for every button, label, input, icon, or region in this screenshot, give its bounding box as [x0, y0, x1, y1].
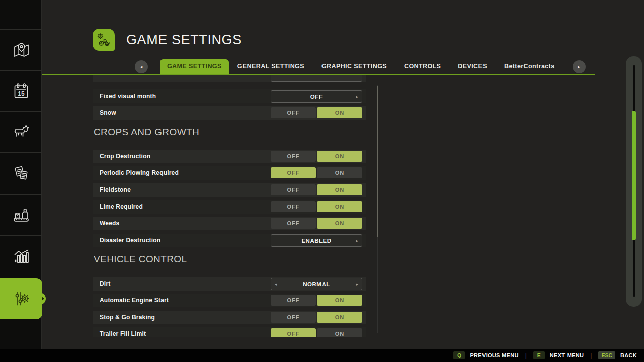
- setting-label: Weeds: [100, 217, 119, 230]
- calendar-icon: 15: [13, 82, 30, 100]
- animals-icon: [12, 125, 30, 140]
- tab-devices[interactable]: DEVICES: [449, 59, 496, 74]
- tab-graphic-settings[interactable]: GRAPHIC SETTINGS: [313, 59, 395, 74]
- sidebar-item-production[interactable]: [0, 194, 42, 235]
- caret-left-icon[interactable]: ◂: [275, 281, 277, 286]
- contracts-icon: [13, 165, 30, 182]
- footer-separator: |: [525, 352, 527, 359]
- caret-right-icon[interactable]: ▸: [356, 94, 358, 99]
- sidebar: 15: [0, 0, 42, 349]
- toggle-on-button[interactable]: ON: [317, 151, 362, 162]
- hint-label: NEXT MENU: [550, 352, 584, 358]
- toggle-on-button[interactable]: ON: [317, 312, 362, 323]
- map-icon: [13, 42, 30, 58]
- setting-label: Crop Destruction: [100, 150, 150, 163]
- active-item-arrow-icon: [42, 297, 44, 301]
- setting-label: Stop & Go Braking: [100, 311, 155, 324]
- select-value: ENABLED: [301, 238, 331, 244]
- setting-label: Disaster Destruction: [100, 234, 160, 247]
- key-esc-badge: ESC: [598, 351, 615, 359]
- setting-label: Periodic Plowing Required: [100, 166, 179, 180]
- settings-row-trailer-fill-limit: Trailer Fill Limit OFF ON: [93, 327, 366, 337]
- settings-row-fixed-visual-month: Fixed visual month OFF ▸: [93, 89, 366, 103]
- setting-label: Dirt: [100, 277, 110, 291]
- setting-label: Fieldstone: [100, 183, 131, 197]
- settings-row-crop-destruction: Crop Destruction OFF ON: [93, 150, 366, 163]
- section-heading-crops: CROPS AND GROWTH: [94, 127, 199, 138]
- sidebar-item-contracts[interactable]: [0, 152, 42, 194]
- page-scrollbar-thumb[interactable]: [632, 111, 636, 240]
- lime-required-toggle[interactable]: OFF ON: [271, 201, 362, 212]
- toggle-on-button[interactable]: ON: [317, 167, 362, 178]
- crop-destruction-toggle[interactable]: OFF ON: [271, 151, 362, 162]
- toggle-off-button[interactable]: OFF: [271, 167, 316, 178]
- select-value: NORMAL: [303, 281, 330, 287]
- toggle-on-button[interactable]: ON: [317, 328, 362, 337]
- tab-game-settings[interactable]: GAME SETTINGS: [160, 59, 229, 74]
- section-heading-vehicle: VEHICLE CONTROL: [94, 254, 187, 265]
- toggle-on-button[interactable]: ON: [317, 201, 362, 212]
- arrow-left-icon: ◂: [140, 64, 143, 69]
- statistics-icon: [13, 249, 30, 263]
- sidebar-item-settings[interactable]: [0, 278, 42, 319]
- tabs-next-button[interactable]: ▸: [573, 60, 586, 73]
- game-settings-app-icon: [93, 29, 115, 51]
- dirt-select[interactable]: ◂ NORMAL ▸: [271, 278, 362, 290]
- tab-bettercontracts[interactable]: BetterContracts: [496, 59, 563, 74]
- toggle-off-button[interactable]: OFF: [271, 184, 316, 195]
- toggle-on-button[interactable]: ON: [317, 218, 362, 229]
- tab-general-settings[interactable]: GENERAL SETTINGS: [229, 59, 313, 74]
- tab-controls[interactable]: CONTROLS: [395, 59, 449, 74]
- settings-panel: Fixed visual month OFF ▸ Snow OFF ON CRO…: [93, 75, 366, 337]
- hint-next-menu[interactable]: E NEXT MENU: [533, 351, 584, 359]
- caret-right-icon[interactable]: ▸: [356, 281, 358, 286]
- production-icon: [12, 207, 30, 223]
- arrow-right-icon: ▸: [578, 64, 580, 69]
- list-scrollbar-thumb[interactable]: [377, 86, 378, 237]
- setting-label: Trailer Fill Limit: [100, 327, 146, 337]
- toggle-off-button[interactable]: OFF: [271, 218, 316, 229]
- toggle-off-button[interactable]: OFF: [271, 295, 316, 306]
- snow-toggle[interactable]: OFF ON: [271, 107, 362, 118]
- toggle-off-button[interactable]: OFF: [271, 328, 316, 337]
- footer-bar: Q PREVIOUS MENU | E NEXT MENU | ESC BACK: [0, 349, 644, 362]
- toggle-off-button[interactable]: OFF: [271, 151, 316, 162]
- stop-go-braking-toggle[interactable]: OFF ON: [271, 312, 362, 323]
- tabs-prev-button[interactable]: ◂: [135, 60, 148, 73]
- disaster-destruction-select[interactable]: ENABLED ▸: [271, 234, 362, 247]
- toggle-on-button[interactable]: ON: [317, 184, 362, 195]
- sidebar-item-animals[interactable]: [0, 111, 42, 152]
- fieldstone-toggle[interactable]: OFF ON: [271, 184, 362, 195]
- toggle-off-button[interactable]: OFF: [271, 107, 316, 118]
- sidebar-item-calendar[interactable]: 15: [0, 70, 42, 111]
- settings-row-disaster-destruction: Disaster Destruction ENABLED ▸: [93, 234, 366, 247]
- sidebar-item-statistics[interactable]: [0, 235, 42, 276]
- setting-label: Automatic Engine Start: [100, 294, 169, 307]
- footer-separator: |: [590, 352, 592, 359]
- hint-back[interactable]: ESC BACK: [598, 351, 637, 359]
- key-e-badge: E: [533, 351, 545, 359]
- settings-icon: [12, 290, 30, 307]
- trailer-fill-limit-toggle[interactable]: OFF ON: [271, 328, 362, 337]
- toggle-on-button[interactable]: ON: [317, 295, 362, 306]
- settings-row-stop-go-braking: Stop & Go Braking OFF ON: [93, 311, 366, 324]
- settings-row-lime-required: Lime Required OFF ON: [93, 200, 366, 214]
- automatic-engine-start-toggle[interactable]: OFF ON: [271, 295, 362, 306]
- setting-label: Lime Required: [100, 200, 143, 214]
- weeds-toggle[interactable]: OFF ON: [271, 218, 362, 229]
- key-q-badge: Q: [453, 351, 465, 359]
- setting-label: Fixed visual month: [100, 89, 156, 103]
- toggle-off-button[interactable]: OFF: [271, 201, 316, 212]
- calendar-day: 15: [18, 90, 25, 97]
- sidebar-item-map[interactable]: [0, 29, 42, 70]
- toggle-on-button[interactable]: ON: [317, 107, 362, 118]
- clipped-select[interactable]: [271, 75, 362, 82]
- setting-label: Snow: [100, 106, 116, 120]
- hint-previous-menu[interactable]: Q PREVIOUS MENU: [453, 351, 518, 359]
- fixed-visual-month-select[interactable]: OFF ▸: [271, 90, 362, 103]
- hint-label: BACK: [620, 352, 637, 358]
- select-value: OFF: [310, 94, 323, 100]
- caret-right-icon[interactable]: ▸: [356, 238, 358, 243]
- toggle-off-button[interactable]: OFF: [271, 312, 316, 323]
- periodic-plowing-toggle[interactable]: OFF ON: [271, 167, 362, 178]
